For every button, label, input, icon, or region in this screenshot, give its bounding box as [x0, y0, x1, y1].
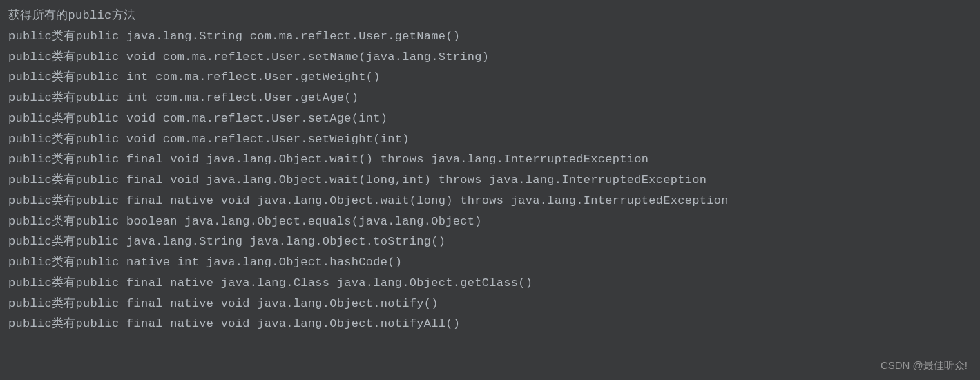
console-line: public类有public boolean java.lang.Object.…	[8, 211, 972, 232]
watermark-text: CSDN @最佳听众!	[881, 357, 968, 374]
console-line: public类有public final void java.lang.Obje…	[8, 170, 972, 191]
console-line: public类有public final native void java.la…	[8, 191, 972, 211]
console-line: public类有public int com.ma.reflect.User.g…	[8, 88, 972, 108]
console-line: public类有public void com.ma.reflect.User.…	[8, 129, 972, 150]
console-output: 获得所有的public方法 public类有public java.lang.S…	[8, 6, 972, 334]
console-line: public类有public int com.ma.reflect.User.g…	[8, 67, 972, 88]
console-line: public类有public void com.ma.reflect.User.…	[8, 108, 972, 129]
console-line: public类有public native int java.lang.Obje…	[8, 252, 972, 273]
console-line: public类有public final native java.lang.Cl…	[8, 273, 972, 294]
console-line: public类有public final native void java.la…	[8, 314, 972, 334]
console-line: public类有public final native void java.la…	[8, 294, 972, 314]
console-header-line: 获得所有的public方法	[8, 6, 972, 26]
console-line: public类有public java.lang.String com.ma.r…	[8, 26, 972, 47]
console-line: public类有public final void java.lang.Obje…	[8, 149, 972, 170]
console-line: public类有public void com.ma.reflect.User.…	[8, 47, 972, 68]
console-line: public类有public java.lang.String java.lan…	[8, 231, 972, 252]
